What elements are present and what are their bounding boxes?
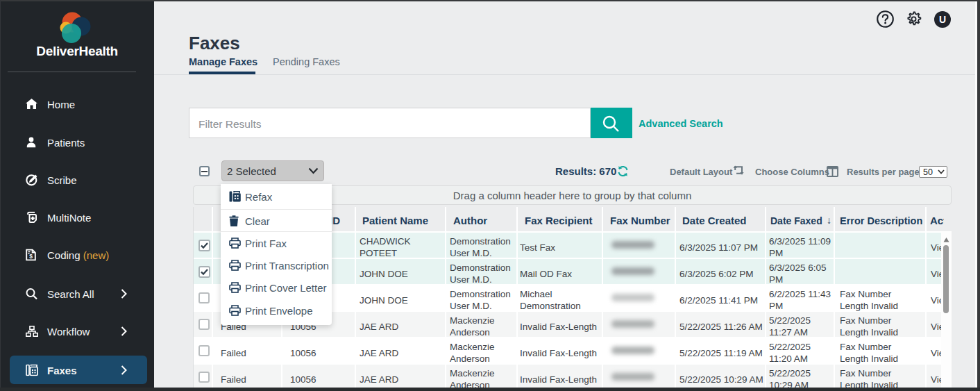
svg-text:$: $ (29, 253, 33, 260)
